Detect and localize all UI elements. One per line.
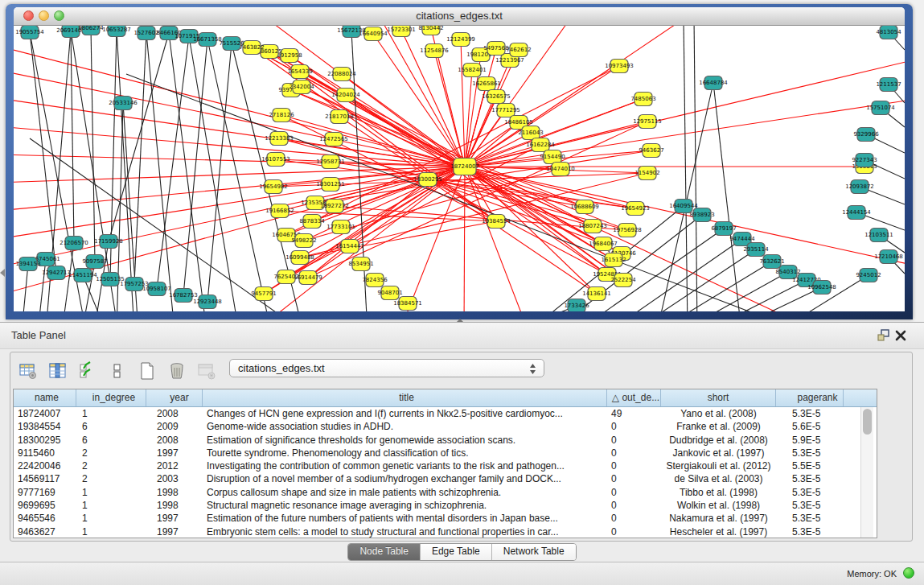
network-node[interactable]: 10653287: [102, 26, 131, 37]
network-node[interactable]: 19756928: [613, 224, 642, 237]
memory-ok-indicator[interactable]: [903, 567, 914, 579]
network-node[interactable]: 2935114: [743, 243, 769, 257]
network-node[interactable]: 12444154: [842, 206, 871, 220]
table-row[interactable]: 969969511998Structural magnetic resonanc…: [14, 499, 877, 512]
network-node[interactable]: 12942717: [42, 266, 71, 280]
network-node[interactable]: 19055754: [15, 26, 44, 39]
network-node[interactable]: 17733101: [326, 220, 355, 234]
tab-edge-table[interactable]: Edge Table: [421, 544, 492, 560]
network-node[interactable]: 16265861: [472, 77, 501, 91]
network-node[interactable]: 16107553: [261, 153, 290, 167]
network-node[interactable]: 11254876: [420, 44, 449, 58]
float-panel-icon[interactable]: [877, 329, 891, 342]
network-node[interactable]: 9457791: [251, 287, 276, 301]
column-header-in_degree[interactable]: in_degree: [76, 389, 146, 406]
table-row[interactable]: 946362711997Embryonic stem cells: a mode…: [14, 525, 877, 538]
network-node[interactable]: 12093872: [845, 180, 874, 194]
node-label: 16099488: [285, 254, 314, 261]
table-mode-icon[interactable]: [17, 360, 39, 382]
table-row[interactable]: 1938455462009Genome-wide association stu…: [14, 420, 877, 433]
network-node[interactable]: 12124399: [446, 33, 475, 47]
select-columns-icon[interactable]: [76, 360, 99, 382]
network-node[interactable]: 9097587: [82, 255, 107, 269]
network-view-window[interactable]: citations_edges.txt 18724007183002951938…: [6, 4, 913, 319]
column-header-name[interactable]: name: [14, 389, 76, 406]
network-node[interactable]: 7824356: [362, 274, 388, 287]
cell-pagerank: 5.3E-5: [776, 486, 844, 499]
network-node[interactable]: 8534951: [348, 257, 373, 271]
network-node[interactable]: 1733426: [564, 299, 589, 312]
node-label: 5497568: [483, 45, 508, 51]
cell-title: Changes of HCN gene expression and I(f) …: [203, 407, 607, 420]
network-node[interactable]: 17210468: [874, 250, 903, 264]
network-graph[interactable]: 1872400718300295193845541664095415723301…: [14, 26, 905, 311]
network-window-titlebar[interactable]: citations_edges.txt: [14, 7, 905, 26]
column-header-pagerank[interactable]: pagerank: [776, 389, 844, 406]
network-node[interactable]: 19166852: [265, 204, 294, 218]
network-node[interactable]: 19654982: [259, 180, 288, 194]
network-node[interactable]: 16648784: [699, 76, 728, 90]
cell-year: 1997: [146, 512, 203, 525]
table-select-dropdown[interactable]: citations_edges.txt: [229, 359, 544, 377]
close-panel-icon[interactable]: [894, 329, 907, 342]
node-label: 16671358: [193, 36, 222, 43]
network-node[interactable]: 9463627: [639, 144, 663, 158]
network-node[interactable]: 9048701: [377, 286, 402, 300]
column-header-out_degree[interactable]: △ out_de...: [607, 389, 661, 406]
network-node[interactable]: 15723301: [387, 26, 416, 37]
cell-short: Nakamura et al. (1997): [661, 512, 776, 525]
side-collapse-handle-icon[interactable]: [0, 269, 5, 277]
network-edge: [169, 33, 207, 311]
delete-column-icon[interactable]: [166, 360, 188, 382]
tab-network-table[interactable]: Network Table: [492, 544, 576, 560]
node-label: 9457791: [251, 290, 276, 297]
network-node[interactable]: 8130442: [418, 26, 443, 35]
network-node[interactable]: 12213383: [265, 132, 294, 146]
network-node[interactable]: 7462612: [506, 43, 531, 57]
network-node[interactable]: 7485063: [630, 93, 655, 106]
network-node[interactable]: 22088024: [327, 68, 356, 81]
network-node[interactable]: 8878334: [299, 215, 325, 229]
network-node[interactable]: 2522254: [610, 274, 636, 287]
network-node[interactable]: 18724007: [450, 159, 479, 175]
table-panel: Table Panel: [0, 322, 924, 585]
table-vertical-scrollbar[interactable]: [860, 407, 873, 538]
network-node[interactable]: 19654923: [621, 202, 650, 216]
network-node[interactable]: 21206570: [60, 237, 88, 250]
network-node[interactable]: 1654339: [287, 65, 312, 79]
column-header-short[interactable]: short: [661, 389, 776, 406]
network-node[interactable]: 16326575: [482, 90, 511, 104]
network-node[interactable]: 7625402: [273, 270, 298, 284]
rows-icon[interactable]: [106, 360, 129, 382]
scrollbar-thumb[interactable]: [863, 409, 872, 435]
network-node[interactable]: 12103511: [864, 229, 893, 242]
column-header-title[interactable]: title: [203, 389, 607, 406]
network-node[interactable]: 1154902: [634, 167, 659, 180]
network-node[interactable]: 5497568: [483, 42, 508, 56]
tab-node-table[interactable]: Node Table: [348, 544, 421, 560]
table-row[interactable]: 1872400712008Changes of HCN gene express…: [14, 407, 877, 420]
table-row[interactable]: 1456911722003Disruption of a novel membe…: [14, 472, 877, 485]
network-node[interactable]: 9245012: [856, 269, 881, 282]
table-row[interactable]: 1830029562008Estimation of significance …: [14, 434, 877, 447]
table-row[interactable]: 2242004622012Investigating the contribut…: [14, 459, 877, 472]
node-label: 14136141: [582, 290, 611, 297]
create-column-icon[interactable]: [136, 360, 158, 382]
network-node[interactable]: 5498222: [291, 234, 316, 248]
show-hide-columns-icon[interactable]: [47, 360, 69, 382]
network-node[interactable]: 12472565: [319, 133, 348, 146]
network-node[interactable]: 6879197: [711, 222, 736, 236]
network-node[interactable]: 1615132: [601, 253, 626, 267]
table-row[interactable]: 911546021997Tourette syndrome. Phenomeno…: [14, 447, 877, 459]
column-header-year[interactable]: year: [146, 389, 203, 406]
network-canvas[interactable]: 1872400718300295193845541664095415723301…: [14, 26, 905, 311]
table-row[interactable]: 977716911998Corpus callosum shape and si…: [14, 486, 877, 499]
network-node[interactable]: 9227343: [852, 154, 877, 167]
network-node[interactable]: 8938923: [689, 208, 714, 222]
network-node[interactable]: 1394153: [15, 257, 40, 271]
network-node[interactable]: 4813054: [876, 26, 901, 39]
network-node[interactable]: 12958731: [316, 155, 345, 169]
network-node[interactable]: 1211537: [876, 78, 901, 92]
network-node[interactable]: 1527602: [133, 27, 158, 40]
table-row[interactable]: 946554611997Estimation of the future num…: [14, 512, 877, 525]
